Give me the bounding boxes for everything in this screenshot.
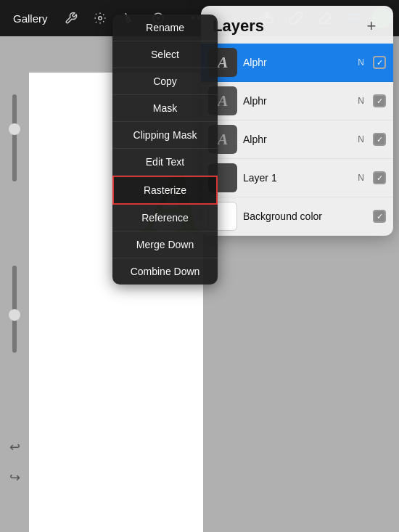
context-select[interactable]: Select xyxy=(112,41,218,68)
adjust-icon[interactable] xyxy=(89,7,112,30)
svg-point-0 xyxy=(98,17,102,20)
layer-name: Alphr xyxy=(243,95,352,107)
layers-panel: Layers + A Alphr N A Alphr N A Alphr N L… xyxy=(201,6,393,236)
layer-row[interactable]: A Alphr N xyxy=(201,44,393,82)
brush-size-slider[interactable] xyxy=(12,94,17,181)
layer-name: Alphr xyxy=(243,57,352,68)
undo-icon[interactable]: ↩ xyxy=(4,436,25,458)
layer-row[interactable]: Layer 1 N xyxy=(201,159,393,197)
context-copy[interactable]: Copy xyxy=(112,68,218,95)
layer-visibility-checkbox[interactable] xyxy=(373,171,386,184)
wrench-icon[interactable] xyxy=(59,7,83,30)
bottom-icons: ↩ ↪ xyxy=(4,436,25,488)
layer-mode: N xyxy=(358,96,364,106)
opacity-thumb[interactable] xyxy=(9,309,20,321)
gallery-button[interactable]: Gallery xyxy=(7,9,54,28)
redo-icon[interactable]: ↪ xyxy=(4,467,25,488)
layer-visibility-checkbox[interactable] xyxy=(373,56,386,69)
context-merge-down[interactable]: Merge Down xyxy=(112,232,218,258)
context-rename[interactable]: Rename xyxy=(112,15,218,41)
background-color-row[interactable]: Background color xyxy=(201,197,393,236)
layer-row[interactable]: A Alphr N xyxy=(201,120,393,159)
layers-header: Layers + xyxy=(201,6,393,44)
context-clipping-mask[interactable]: Clipping Mask xyxy=(112,122,218,149)
context-mask[interactable]: Mask xyxy=(112,95,218,122)
add-layer-button[interactable]: + xyxy=(361,16,382,36)
layer-row[interactable]: A Alphr N xyxy=(201,82,393,120)
layer-mode: N xyxy=(358,173,364,183)
layer-mode: N xyxy=(358,134,364,144)
context-menu: Rename Select Copy Mask Clipping Mask Ed… xyxy=(112,15,218,285)
context-rasterize[interactable]: Rasterize xyxy=(112,176,218,205)
layers-title: Layers xyxy=(213,17,264,36)
layer-name: Background color xyxy=(243,210,367,222)
context-reference[interactable]: Reference xyxy=(112,205,218,232)
opacity-slider[interactable] xyxy=(12,266,17,353)
context-combine-down[interactable]: Combine Down xyxy=(112,258,218,285)
left-sidebar: ↩ ↪ xyxy=(0,36,29,532)
layer-name: Alphr xyxy=(243,134,352,145)
brush-size-thumb[interactable] xyxy=(9,123,20,135)
layer-visibility-checkbox[interactable] xyxy=(373,94,386,107)
layer-visibility-checkbox[interactable] xyxy=(373,133,386,146)
context-edit-text[interactable]: Edit Text xyxy=(112,149,218,176)
layer-visibility-checkbox[interactable] xyxy=(373,210,386,223)
layer-mode: N xyxy=(358,57,364,67)
layer-name: Layer 1 xyxy=(243,172,352,184)
